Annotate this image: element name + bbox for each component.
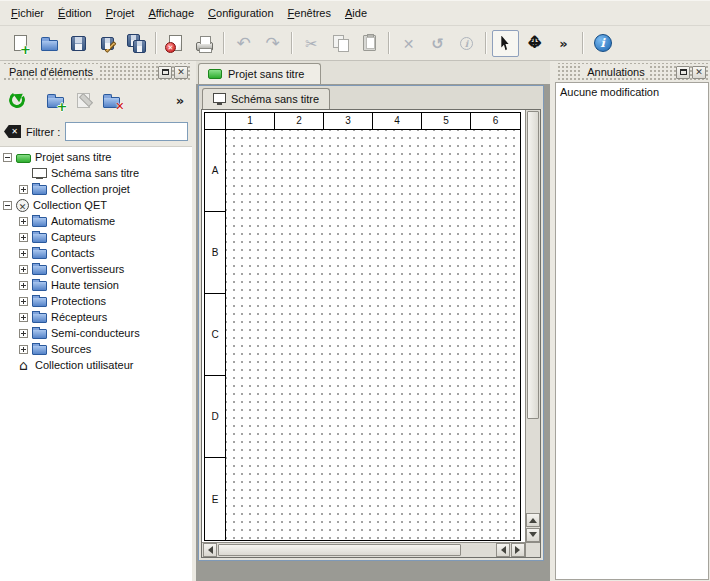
floppy-icon: [133, 40, 146, 53]
expand-icon[interactable]: [19, 233, 28, 242]
tree-item-capteurs[interactable]: Capteurs: [0, 229, 192, 245]
expand-icon[interactable]: [19, 185, 28, 194]
diagram-grid-canvas[interactable]: [226, 130, 520, 540]
close-file-button[interactable]: [162, 30, 189, 57]
undo-button[interactable]: [230, 30, 257, 57]
tree-item-schema-sans-titre[interactable]: Schéma sans titre: [0, 165, 192, 181]
elements-panel-title: Panel d'éléments: [4, 66, 98, 78]
scroll-right-button[interactable]: [511, 543, 525, 557]
project-icon: [208, 69, 222, 79]
tree-item-convertisseurs[interactable]: Convertisseurs: [0, 261, 192, 277]
menu-edition[interactable]: Édition: [51, 3, 99, 23]
new-project-button[interactable]: [7, 30, 34, 57]
horizontal-scrollbar[interactable]: [202, 542, 525, 557]
pan-mode-button[interactable]: [521, 30, 548, 57]
elements-panel-titlebar[interactable]: Panel d'éléments: [2, 63, 190, 81]
new-project-icon: [14, 35, 27, 51]
tree-item-label: Collection QET: [33, 199, 107, 211]
panel-overflow-button[interactable]: »: [171, 86, 189, 114]
expand-icon[interactable]: [19, 313, 28, 322]
expand-icon[interactable]: [19, 297, 28, 306]
scroll-left-button[interactable]: [203, 543, 217, 557]
tree-item-collection-qet[interactable]: Collection QET: [0, 197, 192, 213]
menu-affichage[interactable]: Affichage: [141, 3, 201, 23]
plus-badge-icon: [57, 100, 68, 113]
save-as-button[interactable]: [94, 30, 121, 57]
menu-fichier[interactable]: Fichier: [4, 3, 51, 23]
horizontal-scroll-thumb[interactable]: [218, 544, 461, 556]
new-element-button[interactable]: [41, 86, 69, 114]
expand-icon[interactable]: [19, 329, 28, 338]
rotate-button[interactable]: [424, 30, 451, 57]
tree-item-collection-utilisateur[interactable]: Collection utilisateur: [0, 357, 192, 373]
scrollbar-corner: [525, 542, 540, 557]
filter-input[interactable]: [65, 122, 188, 141]
about-qet-button[interactable]: [589, 30, 616, 57]
tree-item-collection-projet[interactable]: Collection projet: [0, 181, 192, 197]
menu-projet[interactable]: Projet: [99, 3, 142, 23]
tree-item-label: Schéma sans titre: [51, 167, 139, 179]
expand-icon[interactable]: [19, 265, 28, 274]
scroll-left-button[interactable]: [496, 543, 510, 557]
main-area: Panel d'éléments » Filtrer : Projet sans…: [0, 61, 710, 581]
expand-icon[interactable]: [19, 345, 28, 354]
toolbar-overflow-button[interactable]: »: [550, 30, 577, 57]
diagram-tabbar: Schéma sans titre: [199, 86, 543, 109]
element-info-button[interactable]: [453, 30, 480, 57]
dock-close-button[interactable]: [692, 66, 706, 79]
tree-item-label: Protections: [51, 295, 106, 307]
expand-icon[interactable]: [19, 249, 28, 258]
open-project-button[interactable]: [36, 30, 63, 57]
chevron-right-icon: »: [176, 94, 184, 107]
save-button[interactable]: [65, 30, 92, 57]
reload-collections-button[interactable]: [3, 86, 31, 114]
clear-filter-icon[interactable]: [4, 125, 21, 138]
tree-item-recepteurs[interactable]: Récepteurs: [0, 309, 192, 325]
dock-close-button[interactable]: [174, 66, 188, 79]
sheet-body: A B C D E: [205, 130, 520, 540]
menu-fenetres[interactable]: Fenêtres: [281, 3, 338, 23]
copy-button[interactable]: [327, 30, 354, 57]
delete-x-icon: [403, 35, 415, 52]
print-button[interactable]: [191, 30, 218, 57]
cut-button[interactable]: [298, 30, 325, 57]
dock-float-button[interactable]: [676, 66, 690, 79]
menu-configuration[interactable]: Configuration: [201, 3, 280, 23]
tree-item-sources[interactable]: Sources: [0, 341, 192, 357]
mdi-center: Projet sans titre Schéma sans titre: [196, 61, 550, 581]
edit-element-button[interactable]: [69, 86, 97, 114]
folder-icon: [32, 265, 47, 275]
tree-item-semi-conducteurs[interactable]: Semi-conducteurs: [0, 325, 192, 341]
collapse-icon[interactable]: [3, 201, 12, 210]
dock-float-button[interactable]: [158, 66, 172, 79]
vertical-scrollbar[interactable]: [525, 110, 540, 542]
expand-icon[interactable]: [19, 217, 28, 226]
tree-item-contacts[interactable]: Contacts: [0, 245, 192, 261]
diagram-tab-label: Schéma sans titre: [231, 93, 319, 105]
save-all-button[interactable]: [123, 30, 150, 57]
tab-projet-sans-titre[interactable]: Projet sans titre: [198, 63, 321, 84]
paste-button[interactable]: [356, 30, 383, 57]
tab-schema-sans-titre[interactable]: Schéma sans titre: [202, 88, 330, 109]
tree-item-projet-sans-titre[interactable]: Projet sans titre: [0, 149, 192, 165]
delete-element-button[interactable]: [97, 86, 125, 114]
horizontal-scroll-track[interactable]: [218, 544, 494, 556]
scroll-up-button[interactable]: [526, 513, 540, 527]
tree-item-automatisme[interactable]: Automatisme: [0, 213, 192, 229]
diagram-sheet[interactable]: 1 2 3 4 5 6 A B: [204, 112, 521, 541]
annulations-titlebar[interactable]: Annulations: [556, 63, 708, 81]
tree-item-protections[interactable]: Protections: [0, 293, 192, 309]
scroll-down-button[interactable]: [526, 528, 540, 542]
selection-mode-button[interactable]: [492, 30, 519, 57]
menu-aide[interactable]: Aide: [338, 3, 374, 23]
redo-button[interactable]: [259, 30, 286, 57]
toolbar-separator: [223, 32, 225, 54]
save-all-icon: [127, 34, 146, 53]
collapse-icon[interactable]: [3, 153, 12, 162]
expand-icon[interactable]: [19, 281, 28, 290]
vertical-scroll-thumb[interactable]: [527, 111, 539, 419]
delete-button[interactable]: [395, 30, 422, 57]
undo-history-list[interactable]: Aucune modification: [555, 82, 709, 580]
tree-item-haute-tension[interactable]: Haute tension: [0, 277, 192, 293]
vertical-scroll-track[interactable]: [527, 111, 539, 511]
